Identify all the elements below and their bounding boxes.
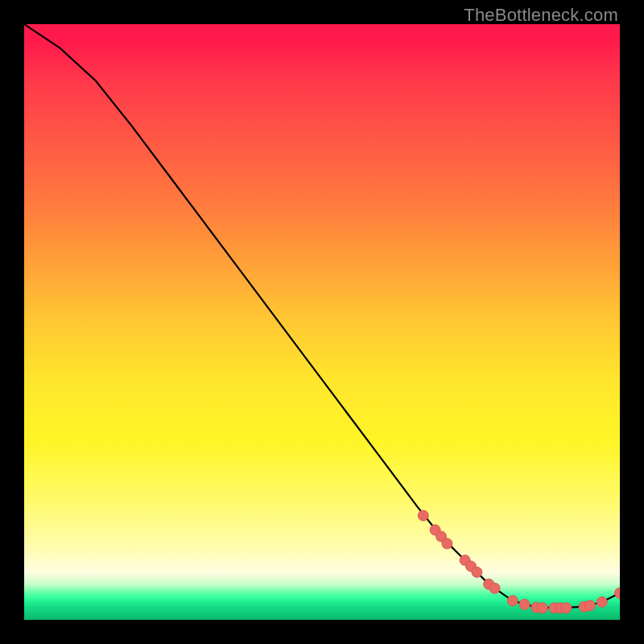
curve-marker <box>519 599 530 609</box>
chart-frame: TheBottleneck.com <box>0 0 644 644</box>
curve-marker <box>561 603 572 613</box>
curve-marker <box>418 510 428 521</box>
bottleneck-curve-line <box>24 24 620 608</box>
curve-marker <box>585 601 596 611</box>
curve-svg <box>24 24 620 620</box>
curve-marker <box>597 597 607 607</box>
curve-marker <box>489 583 500 593</box>
watermark-text: TheBottleneck.com <box>464 5 618 26</box>
curve-marker <box>442 539 452 549</box>
curve-marker <box>472 567 482 577</box>
curve-marker <box>537 603 547 613</box>
curve-markers <box>418 510 620 613</box>
curve-marker <box>615 588 621 598</box>
curve-marker <box>507 596 518 606</box>
plot-area <box>24 24 620 620</box>
